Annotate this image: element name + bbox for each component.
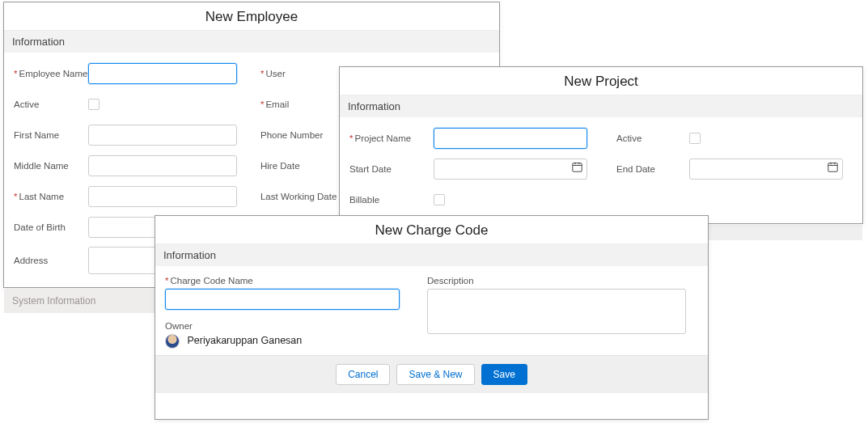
employee-name-label: Employee Name	[14, 69, 88, 78]
end-date-field[interactable]	[689, 159, 843, 180]
section-information: Information	[340, 95, 862, 117]
new-charge-code-modal: New Charge Code Information Charge Code …	[155, 215, 709, 420]
charge-code-name-field[interactable]	[165, 289, 400, 310]
cancel-button[interactable]: Cancel	[336, 364, 390, 385]
address-label: Address	[14, 256, 88, 265]
user-label: User	[260, 69, 349, 78]
new-project-modal: New Project Information Project Name Sta…	[339, 66, 863, 224]
section-information: Information	[155, 244, 708, 266]
save-button[interactable]: Save	[481, 364, 527, 385]
description-label: Description	[427, 276, 686, 286]
last-name-field[interactable]	[88, 186, 237, 207]
end-date-label: End Date	[616, 164, 689, 174]
avatar	[165, 334, 180, 349]
billable-label: Billable	[349, 195, 434, 205]
start-date-field[interactable]	[434, 159, 587, 180]
section-information: Information	[4, 31, 499, 53]
project-active-checkbox[interactable]	[689, 133, 701, 144]
middle-name-label: Middle Name	[14, 161, 88, 171]
modal-footer: Cancel Save & New Save	[155, 355, 708, 393]
project-active-label: Active	[616, 133, 689, 143]
owner-name: Periyakaruppan Ganesan	[187, 335, 302, 346]
active-label: Active	[14, 99, 88, 109]
modal-title: New Employee	[4, 2, 499, 31]
hire-date-label: Hire Date	[260, 161, 349, 171]
description-field[interactable]	[427, 289, 686, 334]
email-label: Email	[260, 99, 349, 109]
charge-code-name-label: Charge Code Name	[165, 276, 408, 286]
dob-label: Date of Birth	[14, 222, 88, 232]
last-name-label: Last Name	[14, 192, 88, 201]
start-date-label: Start Date	[349, 164, 434, 174]
modal-title: New Project	[340, 67, 862, 95]
last-working-label: Last Working Date	[260, 192, 349, 201]
first-name-field[interactable]	[88, 125, 237, 146]
project-name-label: Project Name	[349, 133, 434, 143]
owner-label: Owner	[165, 321, 408, 331]
phone-label: Phone Number	[260, 130, 349, 140]
billable-checkbox[interactable]	[434, 194, 445, 205]
project-name-field[interactable]	[434, 128, 587, 149]
save-and-new-button[interactable]: Save & New	[396, 364, 474, 385]
modal-title: New Charge Code	[155, 216, 708, 244]
active-checkbox[interactable]	[88, 99, 100, 110]
first-name-label: First Name	[14, 130, 88, 140]
middle-name-field[interactable]	[88, 155, 237, 176]
employee-name-field[interactable]	[88, 63, 237, 84]
